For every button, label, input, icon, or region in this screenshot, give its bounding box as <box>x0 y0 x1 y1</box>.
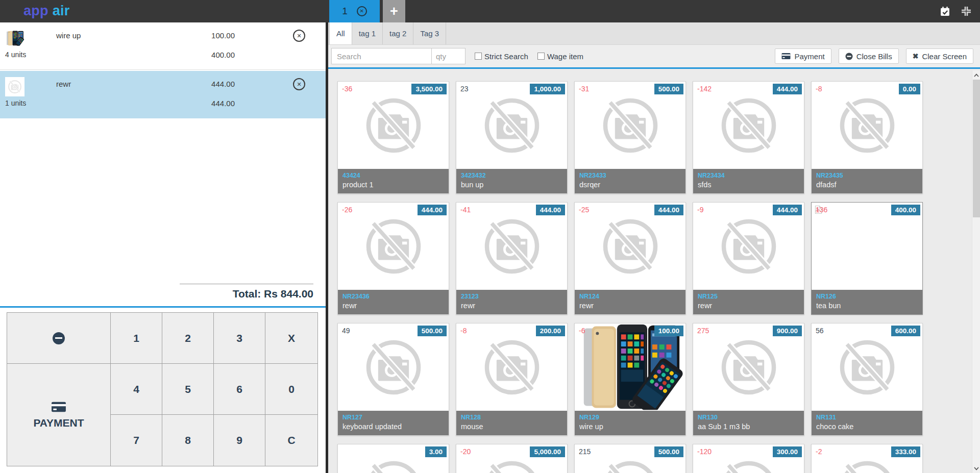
product-price-badge: 3,500.00 <box>411 84 447 94</box>
product-card-footer: NR23433dsrqer <box>575 169 685 193</box>
product-price-badge: 333.00 <box>891 446 920 457</box>
product-card-footer: 3423432bun up <box>456 169 567 193</box>
cart-item-thumbnail <box>5 29 24 48</box>
product-card[interactable]: -80.00NR23435dfadsf <box>811 81 923 194</box>
clear-screen-button[interactable]: ✖ Clear Screen <box>906 48 973 64</box>
key-x[interactable]: X <box>265 313 317 364</box>
wage-item-checkbox-input[interactable] <box>537 53 545 60</box>
tab-all[interactable]: All <box>329 22 352 44</box>
payment-button[interactable]: Payment <box>775 48 831 64</box>
bill-tab-1[interactable]: 1 ✕ <box>329 0 380 22</box>
product-card[interactable]: 275900.00NR130aa Sub 1 m3 bb <box>693 323 804 436</box>
product-card[interactable]: -31500.00NR23433dsrqer <box>574 81 686 194</box>
product-stock-count: -36 <box>342 85 352 93</box>
scroll-up-arrow[interactable] <box>972 71 980 79</box>
key-3[interactable]: 3 <box>214 313 265 364</box>
no-image-icon <box>478 338 546 396</box>
product-card[interactable]: 3.00 <box>337 444 449 473</box>
product-name: rewr <box>698 301 799 311</box>
key-1[interactable]: 1 <box>111 313 162 364</box>
product-card[interactable]: -6100.00NR129wire up <box>574 323 686 436</box>
tab-tag-1[interactable]: tag 1 <box>352 22 383 44</box>
product-image-area <box>456 203 567 290</box>
key-2[interactable]: 2 <box>162 313 214 364</box>
product-card[interactable]: 56600.00NR131choco cake <box>811 323 923 436</box>
compress-icon[interactable] <box>961 6 972 17</box>
product-card[interactable]: -205,000.00 <box>456 444 568 473</box>
product-card[interactable]: 231,000.003423432bun up <box>456 81 568 194</box>
product-card[interactable]: -363,500.0043424product 1 <box>337 81 449 194</box>
product-price-badge: 300.00 <box>773 446 802 457</box>
scrollbar-thumb[interactable] <box>973 80 980 217</box>
cart-item-remove-button[interactable]: ✕ <box>293 78 305 90</box>
product-image-area <box>812 82 922 169</box>
no-image-icon <box>597 96 664 155</box>
product-card[interactable]: 215500.00 <box>574 444 686 473</box>
minus-circle-icon <box>845 53 853 60</box>
product-image-area <box>338 203 449 290</box>
product-card-footer: NR131choco cake <box>812 411 922 435</box>
product-thumbnail-image <box>5 30 24 46</box>
scroll-down-arrow[interactable] <box>972 465 980 472</box>
strict-search-checkbox-input[interactable] <box>475 53 482 60</box>
strict-search-checkbox[interactable]: Strict Search <box>475 52 528 61</box>
product-card[interactable]: -120300.00 <box>693 444 804 473</box>
product-code: NR127 <box>342 413 444 421</box>
key-c[interactable]: C <box>265 415 317 466</box>
payment-key[interactable]: PAYMENT <box>7 364 111 466</box>
bill-tab-close-icon[interactable]: ✕ <box>357 6 367 16</box>
minus-icon <box>53 332 65 344</box>
product-card[interactable]: -142444.00NR23434sfds <box>693 81 804 194</box>
minus-key[interactable] <box>7 313 111 364</box>
key-6[interactable]: 6 <box>214 364 265 415</box>
product-code: NR124 <box>579 292 681 301</box>
product-card[interactable]: -2333.00 <box>811 444 923 473</box>
key-9[interactable]: 9 <box>214 415 265 466</box>
product-image-area <box>456 82 567 169</box>
product-image <box>575 323 685 411</box>
product-card[interactable]: -8200.00NR128mouse <box>456 323 568 436</box>
product-stock-count: -8 <box>816 85 822 93</box>
product-price-badge: 900.00 <box>773 326 802 336</box>
key-5[interactable]: 5 <box>162 364 214 415</box>
search-input[interactable] <box>331 48 432 64</box>
product-stock-count: -120 <box>697 447 712 456</box>
tab-tag-2[interactable]: tag 2 <box>383 22 413 44</box>
strict-search-label: Strict Search <box>484 52 528 61</box>
product-name: aa Sub 1 m3 bb <box>698 421 799 432</box>
wage-item-label: Wage item <box>547 52 583 61</box>
close-bills-button[interactable]: Close Bills <box>839 48 899 64</box>
cart-item-thumbnail <box>5 77 24 96</box>
add-bill-tab-button[interactable]: + <box>383 0 405 22</box>
cart-total: Total: Rs 844.00 <box>233 288 313 300</box>
product-card-footer: 23123rewr <box>456 290 567 314</box>
key-8[interactable]: 8 <box>162 415 214 466</box>
product-price-badge: 3.00 <box>425 446 447 457</box>
product-image-area <box>575 203 685 290</box>
category-tab-bar: All tag 1 tag 2 Tag 3 <box>328 22 980 45</box>
cart-item-remove-button[interactable]: ✕ <box>293 30 305 42</box>
qty-input[interactable] <box>432 48 465 64</box>
product-image-area <box>812 203 922 290</box>
product-card[interactable]: -41444.0023123rewr <box>456 202 568 315</box>
wage-item-checkbox[interactable]: Wage item <box>537 52 583 61</box>
product-stock-count: -20 <box>460 447 471 456</box>
vertical-scrollbar[interactable] <box>972 70 980 473</box>
no-image-icon <box>834 459 901 473</box>
key-7[interactable]: 7 <box>111 415 162 466</box>
product-card[interactable]: -9444.00NR125rewr <box>693 202 804 315</box>
cart-item-row[interactable]: wire up100.00✕4 units400.00 <box>0 22 326 70</box>
product-card[interactable]: 49500.00NR127keyboard updated <box>337 323 449 436</box>
product-image-area <box>812 323 922 411</box>
product-stock-count: 136 <box>816 206 827 214</box>
key-0[interactable]: 0 <box>265 364 317 415</box>
product-price-badge: 444.00 <box>773 205 802 215</box>
tab-tag-3[interactable]: Tag 3 <box>413 22 446 44</box>
product-card[interactable]: -25444.00NR124rewr <box>574 202 686 315</box>
product-card[interactable]: 136400.00NR126tea bun <box>811 202 923 315</box>
calendar-check-icon[interactable] <box>940 6 950 17</box>
product-card[interactable]: -26444.00NR23436rewr <box>337 202 449 315</box>
product-card-footer: NR126tea bun <box>812 290 922 314</box>
cart-item-row[interactable]: rewr444.00✕1 units444.00 <box>0 71 326 118</box>
key-4[interactable]: 4 <box>111 364 162 415</box>
